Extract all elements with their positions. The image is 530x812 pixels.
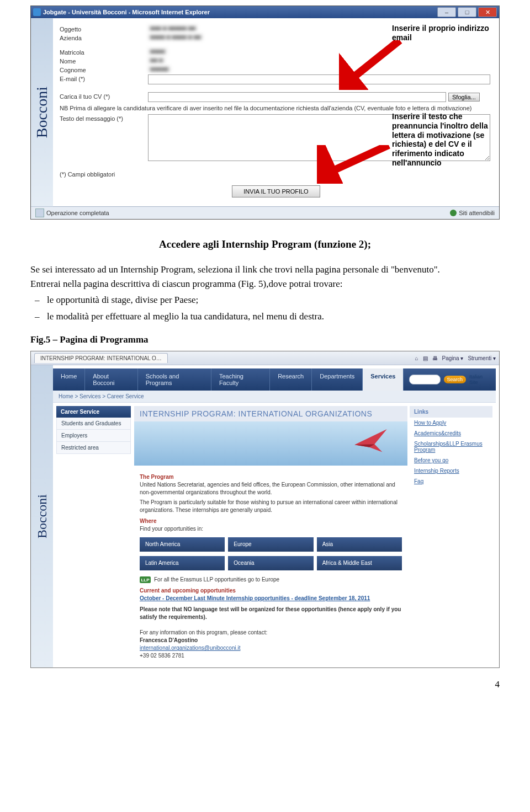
- callout-email: Inserire il proprio indirizzo email: [392, 24, 502, 42]
- value-matricola: ■■■■: [148, 48, 167, 55]
- link-how-to-apply[interactable]: How to Apply: [410, 418, 492, 428]
- body-li1: le opportunità di stage, divise per Paes…: [30, 293, 500, 307]
- bocconi-logo-strip: Bocconi: [31, 18, 53, 206]
- value-nome: ■■ ■: [148, 57, 165, 63]
- ie-app-icon: [33, 8, 41, 16]
- nav-departments[interactable]: Departments: [312, 368, 363, 391]
- language-link[interactable]: Italian Site: [469, 374, 490, 385]
- body-p2: Entrerai nella pagina descrittiva di cia…: [30, 279, 343, 289]
- arrow-email: [339, 40, 405, 90]
- links-header: Links: [410, 406, 492, 418]
- label-cognome: Cognome: [60, 66, 148, 73]
- region-europe[interactable]: Europe: [228, 537, 313, 552]
- trusted-icon: [450, 210, 457, 216]
- value-cognome: ■■■■■: [148, 66, 171, 72]
- label-azienda: Azienda: [60, 34, 148, 41]
- section-title: Accedere agli Internship Program (funzio…: [30, 238, 500, 250]
- region-latin-america[interactable]: Latin America: [140, 556, 225, 570]
- browser-tab[interactable]: INTERNSHIP PROGRAM: INTERNATIONAL ORGANI…: [34, 353, 168, 363]
- paper-plane-icon: [351, 427, 393, 460]
- search-button[interactable]: Search: [444, 376, 467, 383]
- program-note: Please note that NO language test will b…: [140, 606, 401, 620]
- callout-testo: Inserire il testo che preannuncia l'inol…: [392, 112, 502, 168]
- link-before-you-go[interactable]: Before you go: [410, 455, 492, 466]
- label-oggetto: Oggetto: [60, 25, 148, 33]
- email-field[interactable]: [148, 74, 490, 84]
- tools-menu[interactable]: Strumenti ▾: [468, 355, 496, 361]
- link-faq[interactable]: Faq: [410, 476, 492, 487]
- label-matricola: Matricola: [60, 48, 148, 56]
- body-li2: le modalità per effettuare al meglio la …: [30, 309, 500, 324]
- nav-home[interactable]: Home: [53, 368, 85, 391]
- hero-banner: [134, 421, 407, 466]
- nav-faculty[interactable]: Teaching Faculty: [211, 368, 270, 391]
- main-nav: Home About Bocconi Schools and Programs …: [53, 368, 496, 391]
- browse-button[interactable]: Sfoglia...: [448, 93, 480, 101]
- nav-services[interactable]: Services: [363, 368, 404, 391]
- nav-research[interactable]: Research: [270, 368, 312, 391]
- region-asia[interactable]: Asia: [317, 537, 402, 552]
- contact-intro: For any information on this program, ple…: [140, 629, 402, 637]
- trusted-text: Siti attendibili: [459, 210, 495, 216]
- print-icon[interactable]: 🖶: [432, 355, 438, 361]
- region-oceania[interactable]: Oceania: [228, 556, 313, 570]
- sidebar-right: Links How to Apply Academics&credits Sch…: [410, 406, 492, 664]
- nav-about[interactable]: About Bocconi: [85, 368, 137, 391]
- body-p1: Se sei interessato ad un Internship Prog…: [30, 264, 440, 275]
- program-h2: Where: [140, 517, 402, 525]
- sidebar-left: Career Service Students and Graduates Em…: [56, 406, 131, 664]
- label-email: E-mail (*): [60, 74, 148, 82]
- contact-name: Francesca D'Agostino: [140, 637, 198, 643]
- value-oggetto: ■■■ ■ ■■■■■ ■■: [148, 25, 198, 31]
- close-button[interactable]: ✕: [478, 7, 497, 17]
- home-icon[interactable]: ⌂: [415, 355, 418, 361]
- page-title-h: INTERNSHIP PROGRAM: INTERNATIONAL ORGANI…: [134, 406, 407, 421]
- deadline-link[interactable]: October - December Last Minute Internshi…: [140, 595, 370, 601]
- ie-titlebar: Jobgate - Università Bocconi - Microsoft…: [31, 6, 499, 18]
- ie-window-1: Jobgate - Università Bocconi - Microsoft…: [30, 6, 500, 220]
- link-academics[interactable]: Academics&credits: [410, 428, 492, 439]
- sidebar-item-restricted[interactable]: Restricted area: [56, 442, 131, 454]
- value-azienda: ■■■■ ■ ■■■■ ■ ■■: [148, 34, 203, 40]
- program-p1: United Nations Secretariat, agencies and…: [140, 481, 402, 496]
- contact-email[interactable]: international.organizations@unibocconi.i…: [140, 645, 241, 651]
- sidebar-item-students[interactable]: Students and Graduates: [56, 418, 131, 430]
- program-p2: The Program is particularly suitable for…: [140, 499, 402, 514]
- region-north-america[interactable]: North America: [140, 537, 225, 552]
- cv-note: NB Prima di allegare la candidatura veri…: [60, 104, 479, 112]
- label-obbligatori: (*) Campi obbligatori: [60, 170, 170, 178]
- submit-button[interactable]: INVIA IL TUO PROFILO: [232, 185, 320, 197]
- page-icon: [35, 209, 44, 217]
- bocconi-logo-strip-2: Bocconi: [31, 365, 53, 667]
- window-title: Jobgate - Università Bocconi - Microsoft…: [43, 9, 210, 15]
- ie-window-2: INTERNSHIP PROGRAM: INTERNATIONAL ORGANI…: [30, 351, 500, 668]
- region-africa-me[interactable]: Africa & Middle East: [317, 556, 402, 570]
- program-h3: Current and upcoming opportunities: [140, 587, 402, 595]
- minimize-button[interactable]: –: [437, 7, 456, 17]
- label-testo: Testo del messaggio (*): [60, 114, 148, 122]
- link-scholarships[interactable]: Scholarships&LLP Erasmus Program: [410, 439, 492, 455]
- status-text: Operazione completata: [46, 210, 109, 216]
- breadcrumb: Home > Services > Career Service: [53, 391, 496, 403]
- maximize-button[interactable]: □: [458, 7, 476, 17]
- label-carica-cv: Carica il tuo CV (*): [60, 92, 148, 100]
- search-input[interactable]: [409, 375, 440, 384]
- feed-icon[interactable]: ▤: [423, 355, 428, 361]
- link-reports[interactable]: Internship Reports: [410, 466, 492, 476]
- label-nome: Nome: [60, 57, 148, 65]
- svg-line-1: [322, 145, 389, 175]
- program-h1: The Program: [140, 473, 402, 481]
- figure-caption: Fig.5 – Pagina di Programma: [30, 334, 500, 345]
- sidebar-item-employers[interactable]: Employers: [56, 430, 131, 442]
- page-number: 4: [30, 668, 500, 696]
- nav-schools[interactable]: Schools and Programs: [138, 368, 211, 391]
- llp-text: For all the Erasmus LLP opportunities go…: [154, 576, 279, 584]
- page-menu[interactable]: Pagina ▾: [442, 355, 464, 361]
- sidebar-header: Career Service: [56, 406, 131, 418]
- cv-path-field[interactable]: [148, 92, 446, 102]
- arrow-testo: [317, 145, 394, 184]
- program-p3: Find your opportunities in:: [140, 525, 402, 533]
- llp-icon: LLP: [140, 576, 151, 583]
- contact-phone: +39 02 5836 2781: [140, 652, 402, 660]
- ie2-tabbar: INTERNSHIP PROGRAM: INTERNATIONAL ORGANI…: [31, 351, 499, 365]
